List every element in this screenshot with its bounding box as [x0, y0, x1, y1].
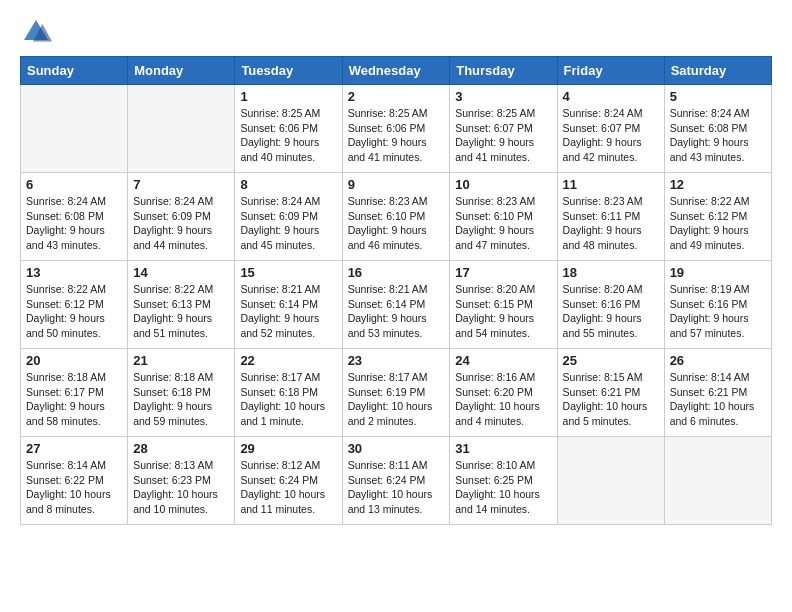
calendar-cell: 27Sunrise: 8:14 AM Sunset: 6:22 PM Dayli… — [21, 437, 128, 525]
day-number: 6 — [26, 177, 122, 192]
calendar-cell: 8Sunrise: 8:24 AM Sunset: 6:09 PM Daylig… — [235, 173, 342, 261]
calendar-cell: 28Sunrise: 8:13 AM Sunset: 6:23 PM Dayli… — [128, 437, 235, 525]
day-number: 25 — [563, 353, 659, 368]
day-number: 7 — [133, 177, 229, 192]
logo-icon — [20, 16, 52, 48]
calendar-cell: 13Sunrise: 8:22 AM Sunset: 6:12 PM Dayli… — [21, 261, 128, 349]
calendar-cell: 5Sunrise: 8:24 AM Sunset: 6:08 PM Daylig… — [664, 85, 771, 173]
day-info: Sunrise: 8:20 AM Sunset: 6:15 PM Dayligh… — [455, 282, 551, 341]
calendar-cell: 3Sunrise: 8:25 AM Sunset: 6:07 PM Daylig… — [450, 85, 557, 173]
day-info: Sunrise: 8:20 AM Sunset: 6:16 PM Dayligh… — [563, 282, 659, 341]
day-info: Sunrise: 8:22 AM Sunset: 6:12 PM Dayligh… — [670, 194, 766, 253]
day-header-wednesday: Wednesday — [342, 57, 450, 85]
day-info: Sunrise: 8:24 AM Sunset: 6:09 PM Dayligh… — [240, 194, 336, 253]
day-number: 29 — [240, 441, 336, 456]
calendar-cell: 15Sunrise: 8:21 AM Sunset: 6:14 PM Dayli… — [235, 261, 342, 349]
calendar-cell: 26Sunrise: 8:14 AM Sunset: 6:21 PM Dayli… — [664, 349, 771, 437]
day-info: Sunrise: 8:16 AM Sunset: 6:20 PM Dayligh… — [455, 370, 551, 429]
calendar-table: SundayMondayTuesdayWednesdayThursdayFrid… — [20, 56, 772, 525]
day-info: Sunrise: 8:14 AM Sunset: 6:21 PM Dayligh… — [670, 370, 766, 429]
calendar-cell: 29Sunrise: 8:12 AM Sunset: 6:24 PM Dayli… — [235, 437, 342, 525]
calendar-cell: 22Sunrise: 8:17 AM Sunset: 6:18 PM Dayli… — [235, 349, 342, 437]
calendar-cell — [128, 85, 235, 173]
day-info: Sunrise: 8:18 AM Sunset: 6:17 PM Dayligh… — [26, 370, 122, 429]
day-number: 13 — [26, 265, 122, 280]
calendar-cell — [21, 85, 128, 173]
day-number: 18 — [563, 265, 659, 280]
day-number: 16 — [348, 265, 445, 280]
calendar-cell: 12Sunrise: 8:22 AM Sunset: 6:12 PM Dayli… — [664, 173, 771, 261]
day-header-tuesday: Tuesday — [235, 57, 342, 85]
day-number: 5 — [670, 89, 766, 104]
day-number: 14 — [133, 265, 229, 280]
calendar-cell: 24Sunrise: 8:16 AM Sunset: 6:20 PM Dayli… — [450, 349, 557, 437]
calendar-cell: 7Sunrise: 8:24 AM Sunset: 6:09 PM Daylig… — [128, 173, 235, 261]
calendar-cell: 2Sunrise: 8:25 AM Sunset: 6:06 PM Daylig… — [342, 85, 450, 173]
day-number: 1 — [240, 89, 336, 104]
day-info: Sunrise: 8:14 AM Sunset: 6:22 PM Dayligh… — [26, 458, 122, 517]
day-number: 31 — [455, 441, 551, 456]
day-info: Sunrise: 8:24 AM Sunset: 6:09 PM Dayligh… — [133, 194, 229, 253]
day-info: Sunrise: 8:17 AM Sunset: 6:18 PM Dayligh… — [240, 370, 336, 429]
day-info: Sunrise: 8:17 AM Sunset: 6:19 PM Dayligh… — [348, 370, 445, 429]
day-number: 4 — [563, 89, 659, 104]
day-info: Sunrise: 8:21 AM Sunset: 6:14 PM Dayligh… — [348, 282, 445, 341]
calendar-cell: 16Sunrise: 8:21 AM Sunset: 6:14 PM Dayli… — [342, 261, 450, 349]
day-info: Sunrise: 8:18 AM Sunset: 6:18 PM Dayligh… — [133, 370, 229, 429]
calendar-cell: 21Sunrise: 8:18 AM Sunset: 6:18 PM Dayli… — [128, 349, 235, 437]
day-info: Sunrise: 8:10 AM Sunset: 6:25 PM Dayligh… — [455, 458, 551, 517]
day-number: 3 — [455, 89, 551, 104]
day-info: Sunrise: 8:11 AM Sunset: 6:24 PM Dayligh… — [348, 458, 445, 517]
day-info: Sunrise: 8:15 AM Sunset: 6:21 PM Dayligh… — [563, 370, 659, 429]
calendar-cell: 18Sunrise: 8:20 AM Sunset: 6:16 PM Dayli… — [557, 261, 664, 349]
day-number: 28 — [133, 441, 229, 456]
calendar-cell — [557, 437, 664, 525]
day-info: Sunrise: 8:12 AM Sunset: 6:24 PM Dayligh… — [240, 458, 336, 517]
calendar-cell: 10Sunrise: 8:23 AM Sunset: 6:10 PM Dayli… — [450, 173, 557, 261]
day-number: 30 — [348, 441, 445, 456]
calendar-cell: 19Sunrise: 8:19 AM Sunset: 6:16 PM Dayli… — [664, 261, 771, 349]
day-info: Sunrise: 8:24 AM Sunset: 6:08 PM Dayligh… — [26, 194, 122, 253]
day-number: 15 — [240, 265, 336, 280]
calendar-header-row: SundayMondayTuesdayWednesdayThursdayFrid… — [21, 57, 772, 85]
day-info: Sunrise: 8:22 AM Sunset: 6:13 PM Dayligh… — [133, 282, 229, 341]
day-header-friday: Friday — [557, 57, 664, 85]
day-number: 17 — [455, 265, 551, 280]
week-row-3: 13Sunrise: 8:22 AM Sunset: 6:12 PM Dayli… — [21, 261, 772, 349]
day-number: 21 — [133, 353, 229, 368]
day-header-thursday: Thursday — [450, 57, 557, 85]
calendar-cell: 25Sunrise: 8:15 AM Sunset: 6:21 PM Dayli… — [557, 349, 664, 437]
day-number: 23 — [348, 353, 445, 368]
day-info: Sunrise: 8:25 AM Sunset: 6:06 PM Dayligh… — [240, 106, 336, 165]
day-info: Sunrise: 8:23 AM Sunset: 6:11 PM Dayligh… — [563, 194, 659, 253]
day-info: Sunrise: 8:25 AM Sunset: 6:06 PM Dayligh… — [348, 106, 445, 165]
day-number: 27 — [26, 441, 122, 456]
day-header-saturday: Saturday — [664, 57, 771, 85]
day-info: Sunrise: 8:19 AM Sunset: 6:16 PM Dayligh… — [670, 282, 766, 341]
day-info: Sunrise: 8:24 AM Sunset: 6:08 PM Dayligh… — [670, 106, 766, 165]
day-number: 9 — [348, 177, 445, 192]
day-header-sunday: Sunday — [21, 57, 128, 85]
week-row-1: 1Sunrise: 8:25 AM Sunset: 6:06 PM Daylig… — [21, 85, 772, 173]
week-row-4: 20Sunrise: 8:18 AM Sunset: 6:17 PM Dayli… — [21, 349, 772, 437]
week-row-2: 6Sunrise: 8:24 AM Sunset: 6:08 PM Daylig… — [21, 173, 772, 261]
calendar-cell: 31Sunrise: 8:10 AM Sunset: 6:25 PM Dayli… — [450, 437, 557, 525]
day-info: Sunrise: 8:24 AM Sunset: 6:07 PM Dayligh… — [563, 106, 659, 165]
calendar-cell: 20Sunrise: 8:18 AM Sunset: 6:17 PM Dayli… — [21, 349, 128, 437]
day-number: 11 — [563, 177, 659, 192]
day-info: Sunrise: 8:21 AM Sunset: 6:14 PM Dayligh… — [240, 282, 336, 341]
calendar-cell: 6Sunrise: 8:24 AM Sunset: 6:08 PM Daylig… — [21, 173, 128, 261]
day-info: Sunrise: 8:23 AM Sunset: 6:10 PM Dayligh… — [348, 194, 445, 253]
day-number: 2 — [348, 89, 445, 104]
day-number: 22 — [240, 353, 336, 368]
day-number: 8 — [240, 177, 336, 192]
day-number: 26 — [670, 353, 766, 368]
calendar-cell: 23Sunrise: 8:17 AM Sunset: 6:19 PM Dayli… — [342, 349, 450, 437]
day-info: Sunrise: 8:13 AM Sunset: 6:23 PM Dayligh… — [133, 458, 229, 517]
page-header — [20, 16, 772, 48]
day-info: Sunrise: 8:22 AM Sunset: 6:12 PM Dayligh… — [26, 282, 122, 341]
calendar-cell: 4Sunrise: 8:24 AM Sunset: 6:07 PM Daylig… — [557, 85, 664, 173]
day-number: 24 — [455, 353, 551, 368]
day-info: Sunrise: 8:23 AM Sunset: 6:10 PM Dayligh… — [455, 194, 551, 253]
calendar-cell — [664, 437, 771, 525]
